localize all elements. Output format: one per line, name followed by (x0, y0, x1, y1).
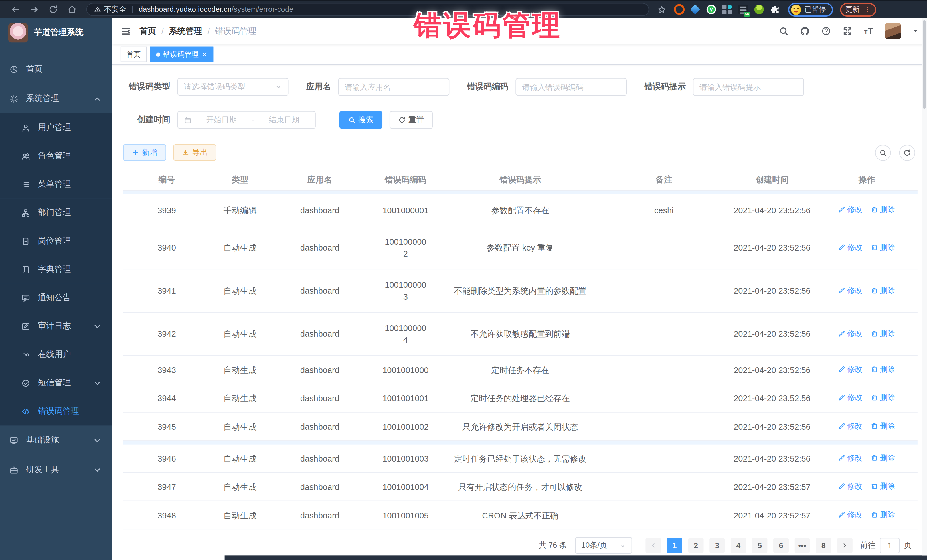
delete-link[interactable]: 删除 (871, 328, 895, 339)
extensions-puzzle-icon[interactable] (770, 5, 780, 14)
sidebar-item-home[interactable]: 首页 (0, 55, 112, 84)
page-button-4[interactable]: 4 (731, 538, 746, 553)
more-pages-button[interactable]: ••• (795, 538, 810, 553)
page-button-1[interactable]: 1 (667, 538, 682, 553)
tab-home[interactable]: 首页 (121, 47, 147, 62)
browser-update-button[interactable]: 更新 (840, 3, 876, 16)
sidebar-item-role[interactable]: 角色管理 (0, 142, 112, 170)
extension-grid-icon[interactable] (722, 5, 732, 14)
delete-link[interactable]: 删除 (871, 285, 895, 296)
toggle-search-button[interactable] (875, 144, 891, 161)
table-row: 3942自动生成dashboard100100000 4不允许获取敏感配置到前端… (123, 313, 918, 355)
error-type-select[interactable]: 请选择错误码类型 (178, 78, 289, 96)
end-date-placeholder[interactable]: 结束日期 (259, 115, 309, 125)
export-button[interactable]: 导出 (173, 144, 216, 161)
delete-link[interactable]: 删除 (871, 420, 895, 432)
browser-back-icon[interactable] (11, 5, 20, 14)
sidebar-item-post[interactable]: 岗位管理 (0, 227, 112, 255)
help-icon[interactable] (821, 26, 831, 36)
edit-link[interactable]: 修改 (838, 364, 863, 375)
font-size-icon[interactable] (864, 26, 874, 36)
sidebar-item-devtools[interactable]: 研发工具 (0, 455, 112, 485)
edit-link[interactable]: 修改 (838, 420, 863, 432)
trash-icon (871, 483, 878, 490)
breadcrumb-home[interactable]: 首页 (140, 26, 156, 36)
tab-close-icon[interactable] (202, 51, 208, 57)
browser-forward-icon[interactable] (30, 5, 39, 14)
start-date-placeholder[interactable]: 开始日期 (196, 115, 247, 125)
sidebar-item-system[interactable]: 系统管理 (0, 84, 112, 114)
bookmark-star-icon[interactable] (658, 5, 666, 14)
browser-profile-chip[interactable]: 已暂停 (788, 3, 833, 16)
user-avatar[interactable] (885, 23, 901, 39)
delete-link[interactable]: 删除 (871, 452, 895, 464)
browser-home-icon[interactable] (67, 5, 77, 14)
site-security-warning[interactable]: 不安全 (94, 5, 126, 15)
edit-link[interactable]: 修改 (838, 480, 863, 492)
fullscreen-icon[interactable] (843, 26, 853, 36)
edit-link[interactable]: 修改 (838, 328, 863, 339)
breadcrumb-system[interactable]: 系统管理 (169, 26, 202, 36)
cell-actions: 修改删除 (816, 194, 918, 226)
browser-reload-icon[interactable] (49, 5, 58, 14)
sidebar-item-online[interactable]: 在线用户 (0, 340, 112, 369)
cell-app: dashboard (269, 445, 370, 472)
page-button-8[interactable]: 8 (816, 538, 831, 553)
error-msg-input[interactable] (693, 78, 804, 96)
extension-switcher-icon[interactable]: on (739, 5, 748, 14)
page-button-5[interactable]: 5 (752, 538, 767, 553)
edit-link[interactable]: 修改 (838, 241, 863, 253)
page-button-3[interactable]: 3 (710, 538, 725, 553)
page-size-select[interactable]: 10条/页 (575, 537, 632, 554)
sidebar-item-notice[interactable]: 通知公告 (0, 284, 112, 312)
scrollbar-thumb[interactable] (923, 20, 925, 109)
delete-link[interactable]: 删除 (871, 392, 895, 404)
refresh-table-button[interactable] (899, 144, 915, 161)
app-name-input[interactable] (338, 78, 450, 96)
sidebar-item-user[interactable]: 用户管理 (0, 114, 112, 142)
edit-link[interactable]: 修改 (838, 452, 863, 464)
browser-menu-dots-icon[interactable] (864, 6, 871, 13)
search-button[interactable]: 搜索 (339, 111, 383, 129)
add-button[interactable]: 新增 (123, 144, 166, 161)
delete-link[interactable]: 删除 (871, 509, 895, 521)
edit-link[interactable]: 修改 (838, 285, 863, 296)
sidebar-item-audit[interactable]: 审计日志 (0, 312, 112, 340)
delete-link[interactable]: 删除 (871, 204, 895, 216)
edit-link[interactable]: 修改 (838, 392, 863, 404)
next-page-button[interactable] (837, 538, 853, 553)
sidebar-item-dict[interactable]: 字典管理 (0, 255, 112, 284)
sidebar-collapse-icon[interactable] (121, 26, 131, 36)
extension-orange-ring-icon[interactable] (675, 5, 684, 14)
edit-label: 修改 (847, 480, 863, 492)
extension-person-icon[interactable] (754, 5, 764, 14)
address-bar[interactable]: 不安全 | dashboard.yudao.iocoder.cn/system/… (87, 3, 649, 16)
edit-link[interactable]: 修改 (838, 204, 863, 216)
error-code-input[interactable] (515, 78, 627, 96)
delete-link[interactable]: 删除 (871, 241, 895, 253)
sidebar-item-menu[interactable]: 菜单管理 (0, 170, 112, 199)
delete-link[interactable]: 删除 (871, 480, 895, 492)
sidebar-item-sms[interactable]: 短信管理 (0, 369, 112, 397)
delete-link[interactable]: 删除 (871, 364, 895, 375)
page-button-2[interactable]: 2 (688, 538, 704, 553)
extension-yudao-icon[interactable]: y (707, 5, 716, 14)
date-range-picker[interactable]: 开始日期 - 结束日期 (178, 111, 316, 129)
github-icon[interactable] (800, 26, 810, 36)
header-search-icon[interactable] (779, 26, 789, 36)
cell-id: 3945 (123, 413, 211, 440)
page-scrollbar[interactable] (922, 18, 927, 555)
reset-button[interactable]: 重置 (390, 111, 433, 129)
prev-page-button[interactable] (646, 538, 661, 553)
sidebar-item-error-code[interactable]: 错误码管理 (0, 397, 112, 425)
app-logo[interactable]: 芋道管理系统 (0, 18, 112, 47)
page-button-6[interactable]: 6 (773, 538, 789, 553)
tab-error-code[interactable]: 错误码管理 (150, 47, 213, 62)
goto-page-input[interactable] (880, 538, 900, 553)
cell-id: 3939 (123, 195, 211, 226)
sidebar-item-infra[interactable]: 基础设施 (0, 425, 112, 455)
edit-link[interactable]: 修改 (838, 509, 863, 521)
extension-blue-gem-icon[interactable] (690, 5, 700, 14)
user-menu-caret-icon[interactable] (912, 28, 919, 34)
sidebar-item-dept[interactable]: 部门管理 (0, 199, 112, 227)
